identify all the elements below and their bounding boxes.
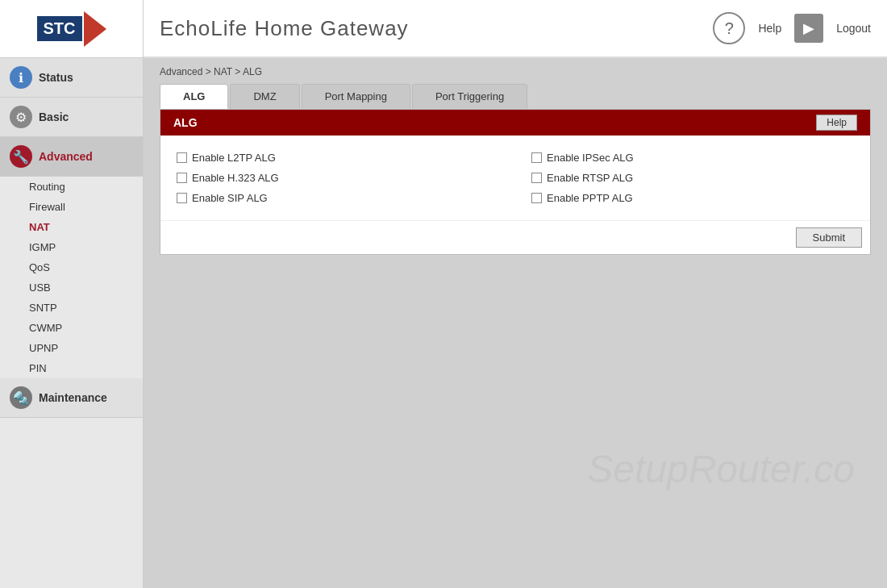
sidebar-maintenance-label: Maintenance bbox=[39, 391, 107, 404]
tab-alg[interactable]: ALG bbox=[160, 84, 228, 109]
watermark: SetupRouter.co bbox=[587, 447, 855, 491]
submenu-sntp[interactable]: SNTP bbox=[0, 298, 143, 318]
tab-port-mapping[interactable]: Port Mapping bbox=[302, 84, 410, 109]
alg-checkbox-grid: Enable L2TP ALG Enable IPSec ALG Enable … bbox=[177, 145, 854, 211]
main-content: EchoLife Home Gateway ? Help ▶ Logout Ad… bbox=[144, 0, 887, 588]
submenu-igmp[interactable]: IGMP bbox=[0, 237, 143, 257]
panel-body: Enable L2TP ALG Enable IPSec ALG Enable … bbox=[160, 136, 870, 220]
sidebar-status-label: Status bbox=[39, 71, 73, 84]
submenu-pin[interactable]: PIN bbox=[0, 358, 143, 378]
submenu-usb[interactable]: USB bbox=[0, 277, 143, 298]
label-pptp: Enable PPTP ALG bbox=[547, 192, 633, 204]
sidebar-advanced-label: Advanced bbox=[39, 150, 93, 163]
label-h323: Enable H.323 ALG bbox=[192, 172, 279, 184]
alg-item-l2tp: Enable L2TP ALG bbox=[177, 152, 499, 164]
submenu-firewall[interactable]: Firewall bbox=[0, 197, 143, 217]
submenu-qos[interactable]: QoS bbox=[0, 257, 143, 277]
logo: STC bbox=[0, 0, 143, 58]
panel-title: ALG bbox=[173, 116, 198, 129]
alg-item-sip: Enable SIP ALG bbox=[177, 192, 499, 204]
sidebar-item-basic[interactable]: ⚙ Basic bbox=[0, 98, 143, 137]
breadcrumb: Advanced > NAT > ALG bbox=[160, 66, 871, 77]
submenu-cwmp[interactable]: CWMP bbox=[0, 318, 143, 338]
sidebar-item-maintenance[interactable]: 🔩 Maintenance bbox=[0, 378, 143, 418]
help-label: Help bbox=[758, 22, 781, 35]
help-circle-icon[interactable]: ? bbox=[713, 12, 745, 44]
header-actions: ? Help ▶ Logout bbox=[713, 12, 871, 44]
checkbox-pptp[interactable] bbox=[531, 193, 542, 203]
maintenance-icon: 🔩 bbox=[10, 386, 32, 409]
content-area: Advanced > NAT > ALG ALG DMZ Port Mappin… bbox=[144, 58, 887, 588]
panel-help-button[interactable]: Help bbox=[816, 115, 857, 131]
alg-item-pptp: Enable PPTP ALG bbox=[531, 192, 854, 204]
label-ipsec: Enable IPSec ALG bbox=[547, 152, 634, 164]
basic-icon: ⚙ bbox=[10, 106, 32, 128]
sidebar-item-status[interactable]: ℹ Status bbox=[0, 58, 143, 98]
checkbox-l2tp[interactable] bbox=[177, 152, 187, 163]
header: EchoLife Home Gateway ? Help ▶ Logout bbox=[144, 0, 887, 58]
checkbox-sip[interactable] bbox=[177, 193, 187, 203]
sidebar-basic-label: Basic bbox=[39, 111, 69, 123]
logout-icon[interactable]: ▶ bbox=[794, 14, 823, 43]
advanced-submenu: Routing Firewall NAT IGMP QoS USB SNTP C… bbox=[0, 177, 143, 378]
label-sip: Enable SIP ALG bbox=[192, 192, 268, 204]
submit-row: Submit bbox=[160, 220, 870, 254]
checkbox-rtsp[interactable] bbox=[531, 173, 542, 183]
checkbox-ipsec[interactable] bbox=[531, 152, 542, 163]
logout-label: Logout bbox=[836, 22, 871, 35]
tab-dmz[interactable]: DMZ bbox=[230, 84, 299, 109]
submenu-routing[interactable]: Routing bbox=[0, 177, 143, 197]
sidebar-item-advanced[interactable]: 🔧 Advanced bbox=[0, 137, 143, 177]
submenu-nat[interactable]: NAT bbox=[0, 217, 143, 237]
panel-header: ALG Help bbox=[160, 110, 870, 136]
alg-item-rtsp: Enable RTSP ALG bbox=[531, 172, 854, 184]
advanced-icon: 🔧 bbox=[10, 145, 32, 168]
tab-port-triggering[interactable]: Port Triggering bbox=[412, 84, 527, 109]
alg-panel: ALG Help Enable L2TP ALG Enable IPSec AL… bbox=[160, 109, 871, 255]
submit-button[interactable]: Submit bbox=[796, 227, 862, 248]
status-icon: ℹ bbox=[10, 66, 32, 89]
alg-item-ipsec: Enable IPSec ALG bbox=[531, 152, 854, 164]
submenu-upnp[interactable]: UPNP bbox=[0, 338, 143, 358]
checkbox-h323[interactable] bbox=[177, 173, 187, 183]
page-title: EchoLife Home Gateway bbox=[160, 16, 409, 41]
label-rtsp: Enable RTSP ALG bbox=[547, 172, 633, 184]
alg-item-h323: Enable H.323 ALG bbox=[177, 172, 499, 184]
sidebar: STC ℹ Status ⚙ Basic 🔧 Advanced Routing … bbox=[0, 0, 144, 588]
tab-bar: ALG DMZ Port Mapping Port Triggering bbox=[160, 84, 871, 109]
label-l2tp: Enable L2TP ALG bbox=[192, 152, 276, 164]
